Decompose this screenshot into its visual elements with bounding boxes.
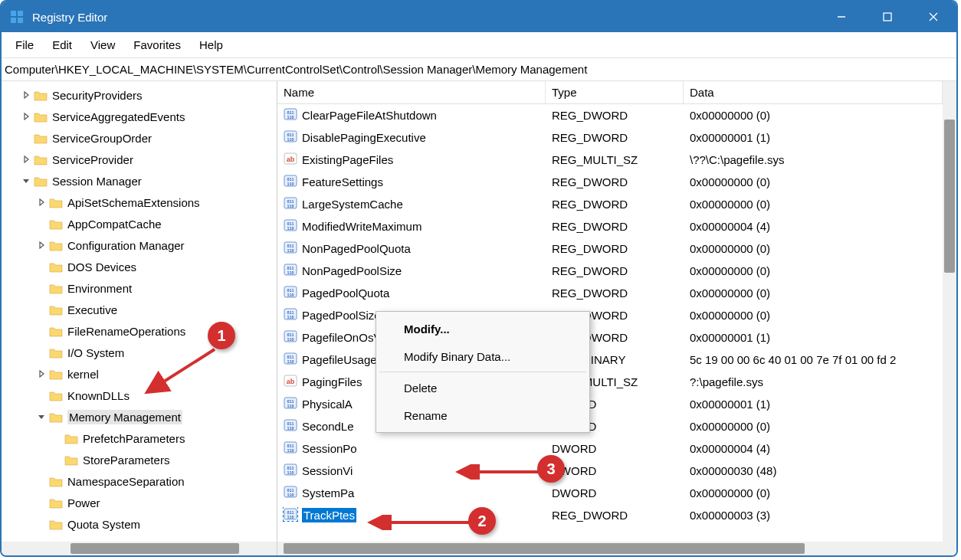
value-row[interactable]: 011110SystemPaDWORD0x00000000 (0)	[277, 482, 943, 504]
spacer	[35, 496, 48, 509]
folder-icon	[49, 390, 63, 401]
value-name: FeatureSettings	[302, 175, 383, 188]
chevron-right-icon[interactable]	[35, 368, 48, 380]
menu-help[interactable]: Help	[190, 35, 232, 54]
value-row[interactable]: 011110FeatureSettingsREG_DWORD0x00000000…	[277, 171, 943, 193]
tree-item[interactable]: Quota System	[2, 513, 277, 535]
value-data: 0x00000001 (1)	[684, 331, 943, 344]
value-name-cell: 011110PagedPoolQuota	[277, 285, 546, 301]
tree-label: Environment	[67, 282, 132, 295]
list-h-scrollbar[interactable]	[277, 542, 943, 555]
menubar: FileEditViewFavoritesHelp	[2, 32, 956, 58]
tree-item[interactable]: Power	[2, 492, 277, 513]
menu-separator	[379, 372, 586, 372]
value-row[interactable]: 011110SessionViDWORD0x00000030 (48)	[277, 460, 943, 482]
value-row[interactable]: 011110DisablePagingExecutiveREG_DWORD0x0…	[277, 126, 943, 149]
titlebar[interactable]: Registry Editor	[2, 2, 956, 32]
folder-icon	[34, 154, 48, 165]
menu-favorites[interactable]: Favorites	[124, 35, 190, 54]
tree-item[interactable]: Session Manager	[2, 170, 277, 192]
chevron-right-icon[interactable]	[20, 153, 32, 165]
tree-item[interactable]: Executive	[2, 299, 277, 320]
folder-icon	[49, 368, 63, 380]
menu-file[interactable]: File	[6, 35, 43, 54]
chevron-right-icon[interactable]	[20, 89, 32, 101]
tree-label: FileRenameOperations	[67, 325, 185, 338]
value-name: ExistingPageFiles	[302, 153, 393, 166]
svg-rect-1	[18, 11, 23, 16]
menu-edit[interactable]: Edit	[43, 35, 81, 54]
tree-item[interactable]: DOS Devices	[2, 256, 277, 277]
chevron-right-icon[interactable]	[35, 239, 48, 251]
value-row[interactable]: abExistingPageFilesREG_MULTI_SZ\??\C:\pa…	[277, 149, 943, 171]
col-type[interactable]: Type	[546, 81, 684, 103]
tree-item[interactable]: SecurityProviders	[2, 84, 277, 106]
tree-item[interactable]: ApiSetSchemaExtensions	[2, 192, 277, 213]
chevron-right-icon[interactable]	[35, 196, 48, 208]
ctx-delete[interactable]: Delete	[376, 374, 589, 401]
svg-text:110: 110	[287, 493, 294, 497]
minimize-button[interactable]	[818, 2, 864, 32]
value-name-cell: abExistingPageFiles	[277, 152, 546, 168]
callout-1: 1	[208, 322, 235, 349]
binary-value-icon: 011110	[284, 241, 302, 257]
ctx-rename[interactable]: Rename	[376, 401, 589, 429]
tree-item[interactable]: AppCompatCache	[2, 213, 277, 234]
value-row[interactable]: 011110SessionPoDWORD0x00000004 (4)	[277, 437, 943, 460]
col-name[interactable]: Name	[277, 81, 546, 103]
tree-item[interactable]: Environment	[2, 277, 277, 299]
tree-item[interactable]: ServiceGroupOrder	[2, 127, 277, 149]
string-value-icon: ab	[284, 374, 302, 390]
value-row[interactable]: 011110LargeSystemCacheREG_DWORD0x0000000…	[277, 193, 943, 215]
tree-item[interactable]: StoreParameters	[2, 449, 277, 470]
value-type: DWORD	[546, 464, 684, 477]
maximize-button[interactable]	[864, 2, 910, 32]
spacer	[35, 303, 48, 316]
tree-item[interactable]: PrefetchParameters	[2, 427, 277, 449]
binary-value-icon: 011110	[284, 307, 302, 323]
chevron-down-icon[interactable]	[20, 175, 32, 187]
value-row[interactable]: 011110ClearPageFileAtShutdownREG_DWORD0x…	[277, 104, 943, 126]
value-data: 0x00000004 (4)	[684, 220, 943, 233]
tree-item[interactable]: FileRenameOperations	[2, 320, 277, 342]
menu-view[interactable]: View	[81, 35, 124, 54]
folder-icon	[49, 283, 63, 294]
tree-item[interactable]: Configuration Manager	[2, 234, 277, 256]
chevron-down-icon[interactable]	[35, 411, 48, 423]
address-bar[interactable]: Computer\HKEY_LOCAL_MACHINE\SYSTEM\Curre…	[2, 58, 956, 81]
spacer	[35, 475, 48, 487]
value-name: PagedPoolQuota	[302, 287, 389, 300]
ctx-modify-binary-data[interactable]: Modify Binary Data...	[376, 342, 589, 370]
col-data[interactable]: Data	[684, 81, 943, 103]
value-row[interactable]: 011110NonPagedPoolQuotaREG_DWORD0x000000…	[277, 237, 943, 260]
tree-item[interactable]: ServiceProvider	[2, 149, 277, 170]
tree-item[interactable]: Memory Management	[2, 406, 277, 427]
svg-text:110: 110	[287, 248, 294, 253]
value-type: REG_DWORD	[546, 109, 684, 122]
folder-icon	[49, 240, 63, 251]
value-row[interactable]: 011110PagedPoolQuotaREG_DWORD0x00000000 …	[277, 282, 943, 304]
string-value-icon: ab	[284, 152, 302, 168]
tree-label: ServiceProvider	[52, 153, 133, 166]
list-v-scrollbar[interactable]	[943, 81, 956, 555]
binary-value-icon: 011110	[284, 196, 302, 212]
value-data: 0x00000000 (0)	[684, 175, 943, 188]
svg-text:110: 110	[287, 359, 294, 364]
value-type: REG_MULTI_SZ	[546, 153, 684, 166]
svg-text:ab: ab	[287, 378, 295, 385]
spacer	[35, 518, 48, 530]
ctx-modify[interactable]: Modify...	[376, 315, 589, 342]
tree-item[interactable]: ServiceAggregatedEvents	[2, 106, 277, 127]
tree-label: Power	[67, 496, 100, 509]
svg-rect-2	[11, 18, 16, 23]
value-data: 0x00000030 (48)	[684, 464, 943, 477]
close-button[interactable]	[910, 2, 956, 32]
chevron-right-icon[interactable]	[20, 110, 32, 123]
value-data: 0x00000000 (0)	[684, 198, 943, 211]
value-row[interactable]: 011110NonPagedPoolSizeREG_DWORD0x0000000…	[277, 260, 943, 282]
tree-h-scrollbar[interactable]	[2, 542, 277, 555]
tree-item[interactable]: NamespaceSeparation	[2, 470, 277, 492]
value-row[interactable]: 011110ModifiedWriteMaximumREG_DWORD0x000…	[277, 215, 943, 237]
context-menu: Modify...Modify Binary Data...DeleteRena…	[376, 311, 590, 433]
value-data: 0x00000000 (0)	[684, 287, 943, 300]
